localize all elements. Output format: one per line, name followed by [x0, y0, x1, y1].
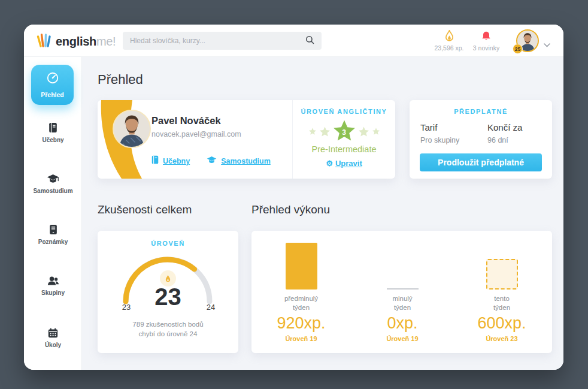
- english-level-title: ÚROVEŇ ANGLIČTINY: [293, 108, 395, 115]
- profile-links: Učebny Samostudium: [151, 155, 271, 167]
- logo-icon: [36, 32, 51, 50]
- week-xp-value: 0xp.: [387, 314, 417, 333]
- week-label-line2: týden: [392, 303, 412, 312]
- sidebar-item-skupiny[interactable]: Skupiny: [24, 275, 82, 296]
- week-bar: [286, 243, 317, 290]
- user-email: novacek.pavel@gmail.com: [151, 130, 241, 138]
- week-label-line1: předminulý: [284, 294, 318, 303]
- week-label-line2: týden: [284, 303, 318, 312]
- level-badge: 25: [513, 44, 523, 54]
- sidebar-item-label: Úkoly: [24, 342, 82, 348]
- sidebar-item-samostudium[interactable]: Samostudium: [24, 173, 82, 194]
- week-xp-value: 920xp.: [277, 314, 325, 333]
- logo-text-bold: english: [56, 35, 96, 48]
- book-icon: [24, 122, 82, 134]
- xp-section-title: Zkušenosti celkem: [98, 203, 192, 216]
- gear-icon: ⚙: [326, 159, 333, 168]
- sidebar-item-label: Přehled: [41, 91, 64, 98]
- logo-text: englishme!: [56, 35, 116, 49]
- gauge-caption-line1: 789 zkušenostích bodů: [98, 319, 238, 329]
- book-icon: [151, 155, 159, 167]
- link-label: Samostudium: [221, 157, 271, 165]
- performance-card: předminulý týden 920xp. Úroveň 19 minulý…: [251, 231, 552, 353]
- week-level: Úroveň 19: [285, 335, 317, 342]
- link-ucebny[interactable]: Učebny: [151, 155, 190, 167]
- level-name: Pre-Intermediate: [293, 144, 395, 154]
- main-content: Přehled Pavel Nováček novacek.pavel@gmai…: [82, 57, 563, 370]
- current-star: 3: [334, 120, 355, 143]
- week-label-line1: minulý: [392, 294, 412, 303]
- subscription-title: PŘEDPLATNÉ: [410, 108, 552, 115]
- week-label: předminulý týden: [284, 294, 318, 312]
- star-icon: [309, 128, 316, 135]
- news-count: 3 novinky: [462, 44, 510, 52]
- week-label-line1: tento: [493, 294, 510, 303]
- logo[interactable]: englishme!: [36, 32, 116, 50]
- header: englishme! 23,596 xp.: [24, 25, 563, 57]
- graduation-cap-icon: [24, 173, 82, 185]
- dashboard-icon: [46, 71, 59, 87]
- gauge-min-label: 23: [120, 303, 132, 312]
- avatar: [113, 110, 151, 148]
- week-column: předminulý týden 920xp. Úroveň 19: [256, 243, 346, 342]
- calendar-icon: [24, 327, 82, 339]
- gauge-caption: 789 zkušenostích bodů chybí do úrovně 24: [98, 319, 238, 339]
- sidebar-item-ucebny[interactable]: Učebny: [24, 122, 82, 143]
- search-bar[interactable]: [123, 32, 322, 50]
- star-icon: [372, 128, 380, 135]
- sidebar-item-prehled[interactable]: Přehled: [31, 65, 74, 105]
- level-stars: 3: [293, 119, 395, 143]
- current-level-value: 23: [98, 284, 238, 310]
- extend-subscription-button[interactable]: Prodloužit předplatné: [420, 153, 542, 171]
- week-bar: [387, 288, 419, 290]
- bell-icon[interactable]: [462, 29, 510, 43]
- logo-text-light: me!: [96, 35, 116, 48]
- week-column: minulý týden 0xp. Úroveň 19: [357, 243, 447, 342]
- notes-icon: [24, 224, 82, 236]
- star-icon: [320, 126, 330, 137]
- link-samostudium[interactable]: Samostudium: [207, 155, 271, 167]
- star-icon: [359, 126, 369, 137]
- week-column: tento týden 600xp. Úroveň 23: [457, 243, 547, 342]
- graduation-cap-icon: [207, 156, 217, 167]
- link-label: Učebny: [163, 157, 190, 165]
- profile-card: Pavel Nováček novacek.pavel@gmail.com Uč…: [98, 100, 395, 179]
- sidebar-item-ukoly[interactable]: Úkoly: [24, 327, 82, 348]
- gauge-max-label: 24: [205, 303, 217, 312]
- sidebar-item-label: Skupiny: [24, 290, 82, 296]
- news-status[interactable]: 3 novinky: [462, 29, 510, 52]
- star-value: 3: [334, 128, 355, 137]
- search-input[interactable]: [130, 37, 305, 45]
- people-icon: [24, 275, 82, 287]
- plan-value: Pro skupiny: [420, 136, 459, 144]
- sidebar-item-poznamky[interactable]: Poznámky: [24, 224, 82, 245]
- week-xp-value: 600xp.: [477, 314, 526, 333]
- english-level-panel: ÚROVEŇ ANGLIČTINY 3 Pre-Intermediate ⚙Up…: [293, 100, 395, 179]
- expiry-label: Končí za: [487, 122, 522, 132]
- chevron-down-icon[interactable]: [544, 39, 550, 50]
- xp-gauge-card: ÚROVEŇ 23 23 24 789 zkušenostích bodů ch…: [98, 231, 238, 353]
- week-bar: [486, 259, 518, 290]
- search-icon[interactable]: [305, 35, 314, 47]
- subscription-card: PŘEDPLATNÉ Tarif Pro skupiny Končí za 96…: [410, 100, 552, 179]
- flame-icon: [165, 275, 171, 283]
- sidebar-item-label: Učebny: [24, 137, 82, 143]
- edit-label: Upravit: [335, 159, 362, 168]
- sidebar: Přehled Učebny Samostudiu: [24, 57, 82, 370]
- gauge-title: ÚROVEŇ: [98, 240, 238, 247]
- page-title: Přehled: [98, 72, 143, 88]
- week-label: minulý týden: [392, 294, 412, 312]
- sidebar-item-label: Poznámky: [24, 239, 82, 245]
- sidebar-item-label: Samostudium: [24, 188, 82, 194]
- expiry-value: 96 dní: [487, 136, 508, 144]
- edit-level-link[interactable]: ⚙Upravit: [293, 159, 395, 168]
- week-label: tento týden: [493, 294, 510, 312]
- week-level: Úroveň 23: [486, 335, 517, 342]
- week-label-line2: týden: [493, 303, 510, 312]
- performance-section-title: Přehled výkonu: [251, 203, 330, 216]
- gauge-caption-line2: chybí do úrovně 24: [98, 329, 238, 339]
- user-name: Pavel Nováček: [151, 115, 221, 126]
- plan-label: Tarif: [420, 122, 437, 132]
- week-level: Úroveň 19: [386, 335, 418, 342]
- app-window: englishme! 23,596 xp.: [24, 25, 563, 370]
